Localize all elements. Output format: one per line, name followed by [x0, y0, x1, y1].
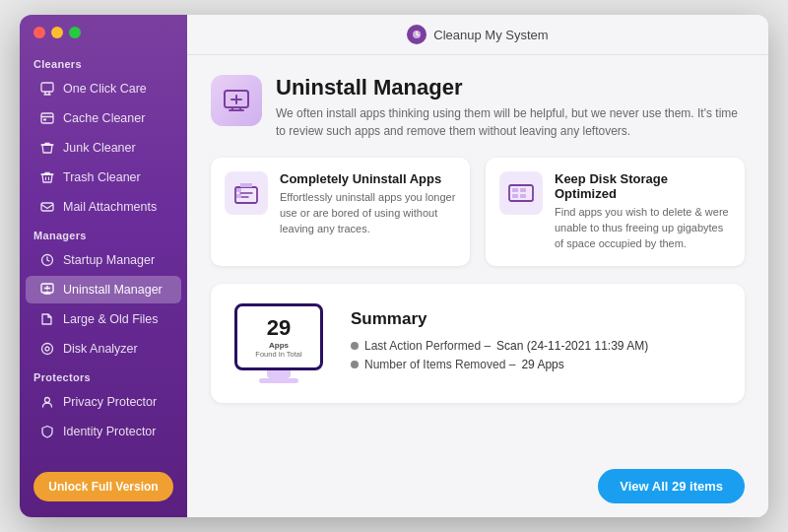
summary-value-2: 29 Apps — [521, 358, 563, 371]
sidebar-section-managers: Managers — [20, 222, 187, 245]
svg-rect-18 — [236, 188, 241, 192]
startup-icon — [39, 252, 55, 268]
app-window: Cleaners One Click Care Cache Cleaner Ju… — [20, 15, 768, 517]
sidebar-item-label: Large & Old Files — [63, 312, 159, 326]
svg-rect-21 — [512, 188, 518, 192]
privacy-icon — [39, 394, 55, 410]
svg-rect-9 — [41, 203, 53, 211]
sidebar-item-label: One Click Care — [63, 82, 147, 96]
sidebar-item-label: Uninstall Manager — [63, 283, 163, 297]
summary-monitor: 29 Apps Found In Total — [234, 303, 323, 383]
bullet-2 — [351, 361, 359, 368]
sidebar-item-one-click-care[interactable]: One Click Care — [26, 75, 181, 102]
bullet-1 — [351, 342, 359, 350]
svg-rect-19 — [236, 194, 241, 198]
sidebar-item-privacy-protector[interactable]: Privacy Protector — [26, 388, 181, 416]
monitor-stand — [267, 370, 291, 378]
svg-point-14 — [45, 398, 50, 403]
sidebar-item-disk-analyzer[interactable]: Disk Analyzer — [26, 335, 181, 363]
monitor-screen: 29 Apps Found In Total — [234, 303, 323, 370]
cache-icon — [39, 110, 55, 126]
svg-point-13 — [45, 347, 49, 351]
page-header-icon — [211, 75, 262, 126]
topbar-title: Cleanup My System — [433, 28, 548, 42]
feature-title-1: Completely Uninstall Apps — [280, 171, 456, 186]
sidebar-item-junk-cleaner[interactable]: Junk Cleaner — [26, 134, 181, 162]
sidebar-item-label: Privacy Protector — [63, 395, 157, 409]
sidebar-item-identity-protector[interactable]: Identity Protector — [26, 418, 181, 445]
sidebar-item-startup-manager[interactable]: Startup Manager — [26, 246, 181, 274]
sidebar-item-label: Identity Protector — [63, 425, 157, 438]
svg-point-12 — [42, 344, 53, 355]
close-button[interactable] — [33, 27, 45, 38]
summary-label-2: Number of Items Removed – — [364, 358, 515, 371]
svg-rect-6 — [43, 119, 46, 121]
view-all-button[interactable]: View All 29 items — [598, 469, 745, 503]
sidebar-item-label: Trash Cleaner — [63, 170, 141, 184]
summary-card: 29 Apps Found In Total Summary Last Acti… — [211, 284, 745, 403]
identity-icon — [39, 424, 55, 439]
sidebar-section-protectors: Protectors — [20, 364, 187, 387]
features-row: Completely Uninstall Apps Effortlessly u… — [211, 158, 745, 266]
page-header-text: Uninstall Manager We often install apps … — [276, 75, 745, 140]
topbar: Cleanup My System — [187, 15, 768, 55]
svg-rect-20 — [509, 185, 533, 201]
page-description: We often install apps thinking using the… — [276, 104, 745, 140]
page-title: Uninstall Manager — [276, 75, 745, 100]
bottom-bar: View All 29 items — [187, 459, 768, 517]
feature-icon-2 — [499, 171, 543, 215]
svg-rect-24 — [520, 194, 526, 198]
svg-rect-22 — [512, 194, 518, 198]
page-header: Uninstall Manager We often install apps … — [211, 75, 745, 140]
summary-info: Summary Last Action Performed – Scan (24… — [351, 309, 648, 376]
summary-label-1: Last Action Performed – — [364, 339, 491, 353]
feature-card-2: Keep Disk Storage Optimized Find apps yo… — [486, 158, 745, 266]
mail-icon — [39, 199, 55, 215]
feature-icon-1 — [225, 171, 268, 215]
junk-icon — [39, 140, 55, 156]
monitor-icon — [39, 81, 55, 97]
summary-row-1: Last Action Performed – Scan (24-11-2021… — [351, 339, 648, 353]
minimize-button[interactable] — [51, 27, 63, 38]
sidebar-section-cleaners: Cleaners — [20, 50, 187, 74]
summary-title: Summary — [351, 309, 648, 329]
monitor-base — [259, 378, 298, 383]
uninstall-icon — [39, 282, 55, 298]
disk-icon — [39, 341, 55, 357]
svg-rect-0 — [41, 83, 53, 92]
svg-rect-4 — [41, 113, 53, 123]
sidebar-item-label: Startup Manager — [63, 253, 155, 267]
sidebar-item-cache-cleaner[interactable]: Cache Cleaner — [26, 104, 181, 132]
sidebar-item-uninstall-manager[interactable]: Uninstall Manager — [26, 276, 181, 303]
main-content: Cleanup My System Uninstall Manager We o… — [187, 15, 768, 517]
feature-text-2: Keep Disk Storage Optimized Find apps yo… — [555, 171, 731, 252]
sidebar-item-label: Junk Cleaner — [63, 141, 136, 155]
feature-card-1: Completely Uninstall Apps Effortlessly u… — [211, 158, 470, 266]
sidebar-item-label: Cache Cleaner — [63, 111, 145, 125]
traffic-lights — [20, 27, 187, 50]
sidebar-item-large-old-files[interactable]: Large & Old Files — [26, 305, 181, 333]
feature-desc-2: Find apps you wish to delete & were unab… — [555, 205, 731, 252]
summary-value-1: Scan (24-11-2021 11:39 AM) — [496, 339, 648, 353]
files-icon — [39, 311, 55, 327]
unlock-full-version-button[interactable]: Unlock Full Version — [33, 472, 173, 501]
sidebar-item-mail-attachments[interactable]: Mail Attachments — [26, 193, 181, 221]
content-area: Uninstall Manager We often install apps … — [187, 55, 768, 459]
feature-text-1: Completely Uninstall Apps Effortlessly u… — [280, 171, 456, 237]
apps-count: 29 — [267, 315, 291, 341]
apps-sublabel: Found In Total — [255, 350, 301, 359]
app-icon — [407, 25, 427, 44]
sidebar-bottom: Unlock Full Version — [20, 472, 187, 505]
trash-icon — [39, 169, 55, 185]
feature-title-2: Keep Disk Storage Optimized — [555, 171, 731, 201]
sidebar: Cleaners One Click Care Cache Cleaner Ju… — [20, 15, 187, 517]
apps-label: Apps — [269, 341, 289, 350]
summary-row-2: Number of Items Removed – 29 Apps — [351, 358, 648, 371]
svg-rect-23 — [520, 188, 526, 192]
maximize-button[interactable] — [69, 27, 81, 38]
sidebar-item-label: Disk Analyzer — [63, 342, 138, 356]
sidebar-item-trash-cleaner[interactable]: Trash Cleaner — [26, 164, 181, 191]
sidebar-item-label: Mail Attachments — [63, 200, 157, 214]
feature-desc-1: Effortlessly uninstall apps you longer u… — [280, 190, 456, 237]
